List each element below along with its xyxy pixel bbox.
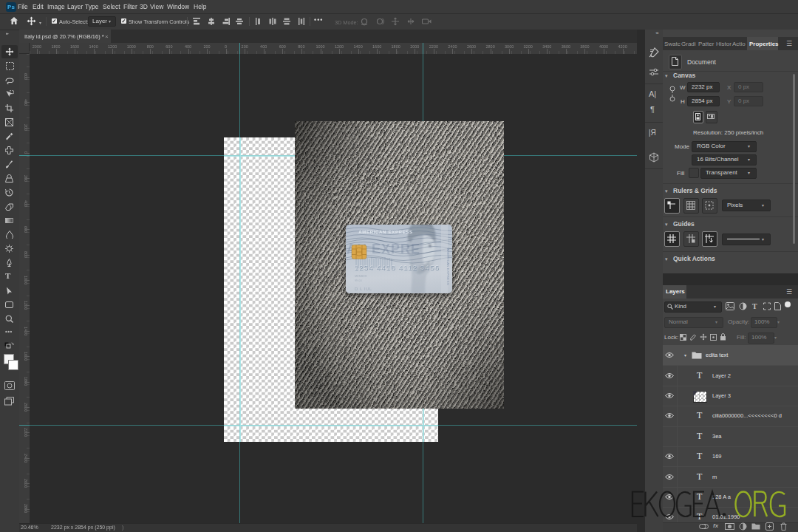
svg-text:99 00: 99 00 <box>355 279 362 282</box>
svg-text:AMERICAN EXPRESS: AMERICAN EXPRESS <box>446 248 450 285</box>
svg-text:1234 4418 4112 3456: 1234 4418 4112 3456 <box>355 263 440 271</box>
svg-text:MEMBER: MEMBER <box>355 275 367 278</box>
svg-text:D L IUL: D L IUL <box>355 287 372 291</box>
